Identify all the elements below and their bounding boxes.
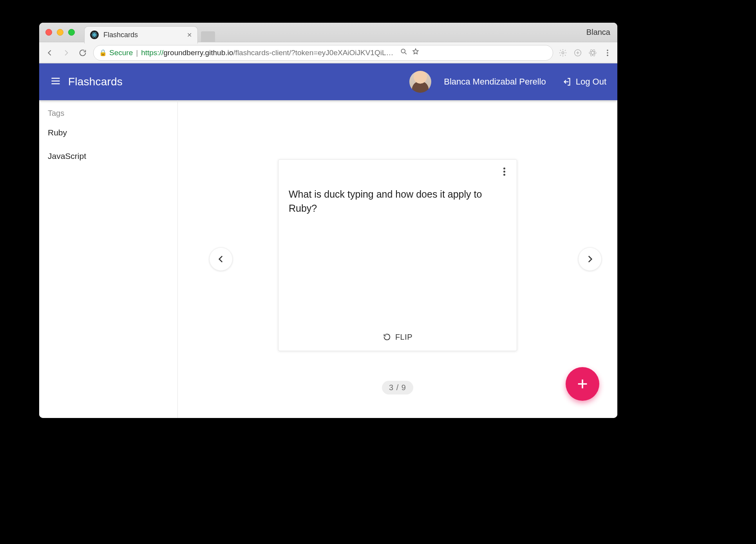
secure-label: Secure [109,49,133,57]
svg-point-11 [607,52,608,54]
window-zoom-button[interactable] [68,29,75,36]
lock-icon: 🔒 [99,49,107,56]
chrome-menu-icon[interactable] [602,48,613,58]
extension-react-icon[interactable] [588,48,598,58]
sidebar: Tags Ruby JavaScript [39,100,178,418]
menu-button[interactable] [50,76,61,88]
browser-tab-title: Flashcards [103,31,182,39]
new-tab-button[interactable] [201,31,215,42]
svg-point-7 [589,51,596,54]
bookmark-star-icon[interactable] [412,48,420,58]
add-card-fab[interactable] [566,367,599,401]
sidebar-tag-ruby[interactable]: Ruby [39,121,177,144]
react-favicon-icon [90,31,99,39]
card-menu-button[interactable] [498,165,510,178]
tab-close-icon[interactable]: ✕ [187,31,192,39]
card-question-text: What is duck typing and how does it appl… [289,187,506,216]
svg-point-5 [562,52,564,54]
window-close-button[interactable] [45,29,52,36]
nav-back-button[interactable] [44,47,56,59]
svg-point-12 [607,54,608,56]
browser-window: Flashcards ✕ Blanca 🔒 Secure | https://g… [39,23,617,418]
next-card-button[interactable] [578,247,602,271]
flashcard: What is duck typing and how does it appl… [278,159,517,351]
nav-forward-button[interactable] [60,47,72,59]
extension-devtools-icon[interactable] [573,48,583,58]
flip-label: FLIP [395,333,412,342]
browser-tab[interactable]: Flashcards ✕ [84,26,198,43]
logout-button[interactable]: Log Out [562,77,606,87]
nav-reload-button[interactable] [77,47,89,59]
svg-point-10 [607,49,608,51]
sidebar-tag-javascript[interactable]: JavaScript [39,144,177,168]
chrome-toolbar: 🔒 Secure | https://groundberry.github.io… [39,42,617,63]
svg-point-0 [94,34,95,36]
url-text: https://groundberry.github.io/flashcards… [141,49,393,57]
chrome-profile-label[interactable]: Blanca [586,28,610,37]
pager-indicator: 3 / 9 [382,381,413,394]
extension-gear-icon[interactable] [558,48,568,58]
avatar[interactable] [409,71,431,93]
app-title: Flashcards [68,76,123,88]
card-area: What is duck typing and how does it appl… [178,100,617,418]
chrome-titlebar: Flashcards ✕ Blanca [39,23,617,42]
window-controls [45,29,75,36]
zoom-icon[interactable] [400,48,408,58]
sidebar-section-label: Tags [39,109,177,121]
secure-indicator: 🔒 Secure [99,49,133,57]
app-body: Tags Ruby JavaScript What is duck typing… [39,100,617,418]
address-bar[interactable]: 🔒 Secure | https://groundberry.github.io… [93,45,553,61]
window-minimize-button[interactable] [57,29,63,36]
logout-label: Log Out [576,77,606,87]
app-header: Flashcards Blanca Mendizabal Perello Log… [39,63,617,100]
prev-card-button[interactable] [209,247,233,271]
extension-row [558,48,613,58]
user-name: Blanca Mendizabal Perello [444,77,546,87]
svg-point-4 [401,49,405,53]
flip-button[interactable]: FLIP [383,333,412,342]
app-root: Flashcards Blanca Mendizabal Perello Log… [39,63,617,418]
